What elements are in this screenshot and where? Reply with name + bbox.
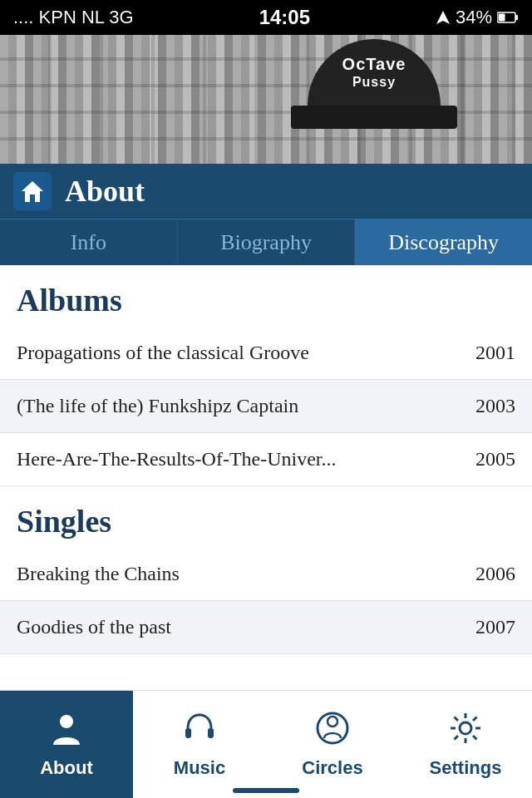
tab-discography[interactable]: Discography: [355, 219, 532, 265]
page-title: About: [65, 174, 145, 209]
svg-rect-3: [499, 14, 505, 22]
band-name-logo: OcTavePussy: [342, 54, 406, 90]
album-year-2: 2003: [475, 395, 515, 417]
svg-rect-7: [208, 728, 214, 738]
svg-line-16: [473, 736, 477, 740]
albums-section-header: Albums: [0, 265, 532, 327]
gear-icon: [447, 710, 484, 752]
albums-title: Albums: [17, 283, 122, 318]
status-right: 34%: [436, 7, 519, 28]
svg-point-8: [318, 713, 347, 743]
single-item-1[interactable]: Breaking the Chains 2006: [0, 548, 532, 601]
status-time: 14:05: [259, 6, 310, 29]
nav-circles[interactable]: Circles: [266, 691, 399, 798]
status-signal: .... KPN NL 3G: [13, 7, 134, 28]
single-year-1: 2006: [475, 563, 515, 585]
about-header: About: [0, 164, 532, 219]
nav-settings[interactable]: Settings: [399, 691, 532, 798]
svg-marker-4: [22, 181, 43, 202]
tab-bar: Info Biography Discography: [0, 219, 532, 265]
svg-point-5: [60, 715, 73, 728]
svg-line-17: [473, 717, 477, 722]
singles-section-header: Singles: [0, 486, 532, 548]
tab-biography[interactable]: Biography: [178, 219, 356, 265]
album-item-2[interactable]: (The life of the) Funkshipz Captain 2003: [0, 380, 532, 433]
album-item-3[interactable]: Here-Are-The-Results-Of-The-Univer... 20…: [0, 433, 532, 486]
svg-rect-6: [185, 728, 191, 738]
home-icon: [20, 180, 45, 203]
tab-info[interactable]: Info: [0, 219, 178, 265]
content-area: Albums Propagations of the classical Gro…: [0, 265, 532, 654]
album-title-3: Here-Are-The-Results-Of-The-Univer...: [17, 448, 337, 470]
single-item-2[interactable]: Goodies of the past 2007: [0, 601, 532, 654]
singles-title: Singles: [17, 504, 111, 539]
nav-music[interactable]: Music: [133, 691, 266, 798]
album-title-2: (The life of the) Funkshipz Captain: [17, 395, 298, 417]
nav-music-label: Music: [174, 757, 225, 779]
svg-point-10: [460, 722, 471, 734]
album-title-1: Propagations of the classical Groove: [17, 342, 309, 364]
navigation-icon: [436, 10, 451, 25]
single-year-2: 2007: [475, 616, 515, 638]
status-bar: .... KPN NL 3G 14:05 34%: [0, 0, 532, 35]
svg-rect-2: [515, 15, 518, 20]
svg-line-18: [455, 736, 459, 740]
single-title-1: Breaking the Chains: [17, 563, 180, 585]
hero-image: OcTavePussy: [0, 35, 532, 164]
nav-circles-label: Circles: [302, 757, 362, 779]
nav-about[interactable]: About: [0, 691, 133, 798]
signal-text: .... KPN NL 3G: [13, 7, 134, 28]
svg-point-9: [328, 717, 337, 727]
svg-line-15: [455, 717, 459, 722]
circles-icon: [314, 710, 351, 752]
headphones-icon: [181, 710, 218, 752]
band-figure: OcTavePussy: [266, 35, 482, 164]
album-year-3: 2005: [475, 448, 515, 470]
hat-graphic: OcTavePussy: [308, 39, 441, 106]
battery-icon: [497, 12, 519, 23]
bottom-nav: About Music Circles: [0, 690, 532, 798]
home-button[interactable]: [13, 172, 52, 210]
nav-settings-label: Settings: [430, 757, 502, 779]
album-year-1: 2001: [475, 342, 515, 364]
battery-text: 34%: [456, 7, 492, 28]
single-title-2: Goodies of the past: [17, 616, 171, 638]
svg-marker-0: [436, 11, 450, 24]
bottom-indicator: [233, 788, 299, 793]
album-item-1[interactable]: Propagations of the classical Groove 200…: [0, 327, 532, 380]
person-icon: [48, 710, 85, 752]
nav-about-label: About: [40, 757, 93, 779]
hat-brim: [291, 106, 457, 129]
